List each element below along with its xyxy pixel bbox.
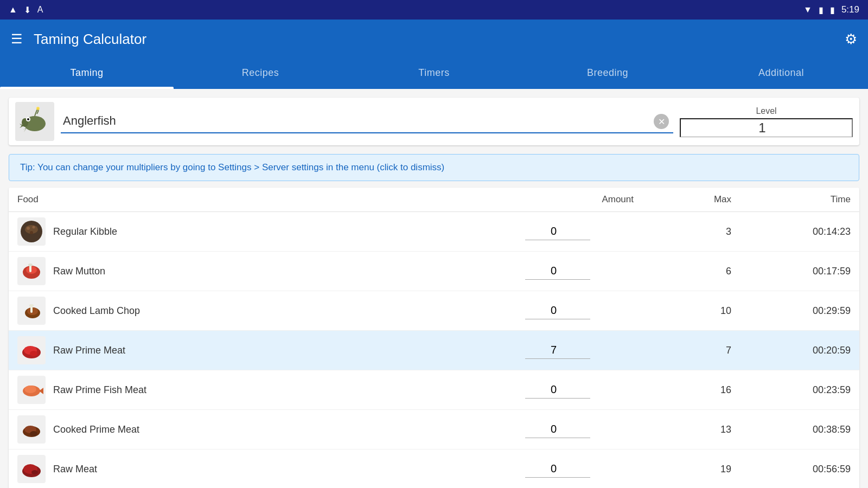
time-cell-3: 00:20:59 [731,345,851,356]
search-input-container: ✕ [61,110,673,133]
level-input[interactable] [680,118,853,137]
tab-recipes[interactable]: Recipes [174,59,347,87]
amount-input-raw-mutton[interactable] [525,262,590,280]
time-cell-2: 00:29:59 [731,305,851,317]
cooked-lamb-chop-name: Cooked Lamb Chop [53,305,140,317]
svg-rect-17 [29,304,34,307]
header-max: Max [634,194,731,205]
amount-input-regular-kibble[interactable] [525,223,590,240]
anglerfish-image [17,104,52,139]
food-row-raw-prime-fish-meat: Raw Prime Fish Meat 16 00:23:59 [9,370,859,410]
app-bar-left: ☰ Taming Calculator [11,31,146,48]
tab-bar: Taming Recipes Timers Breeding Additiona… [0,59,868,89]
raw-prime-fish-meat-name: Raw Prime Fish Meat [53,384,146,396]
max-cell-4: 16 [634,384,731,396]
food-name-cell: Cooked Lamb Chop [17,297,482,325]
header-time: Time [731,194,851,205]
amount-input-raw-prime-meat[interactable] [525,342,590,359]
amount-input-raw-meat[interactable] [525,460,590,478]
time-cell-6: 00:56:59 [731,464,851,475]
amount-input-cooked-lamb-chop[interactable] [525,302,590,319]
amount-cell-1 [482,262,634,280]
food-row-cooked-prime-meat: Cooked Prime Meat 13 00:38:59 [9,410,859,450]
regular-kibble-name: Regular Kibble [53,226,117,237]
signal-icon: ▮ [819,5,824,15]
creature-avatar [15,102,54,141]
max-cell-3: 7 [634,345,731,356]
font-icon: A [37,5,43,15]
svg-point-9 [30,231,33,234]
amount-cell-2 [482,302,634,319]
svg-point-26 [30,431,37,436]
amount-cell-0 [482,223,634,240]
svg-rect-13 [28,264,33,266]
settings-button[interactable]: ⚙ [845,31,857,48]
app-bar: ☰ Taming Calculator ⚙ [0,20,868,59]
svg-point-8 [33,226,35,229]
time-cell-0: 00:14:23 [731,226,851,237]
hamburger-menu-button[interactable]: ☰ [11,31,23,47]
main-content: ✕ Level Tip: You can change your multipl… [0,89,868,488]
svg-point-4 [36,107,40,110]
max-cell-0: 3 [634,226,731,237]
table-header: Food Amount Max Time [9,188,859,212]
food-name-cell: Raw Mutton [17,257,482,285]
level-label: Level [756,106,776,116]
max-cell-1: 6 [634,266,731,277]
status-icons-left: ▲ ⬇ A [9,5,43,15]
svg-point-29 [31,470,38,474]
amount-input-cooked-prime-meat[interactable] [525,421,590,438]
creature-search-input[interactable] [61,110,673,133]
time-cell-5: 00:38:59 [731,424,851,435]
header-food: Food [17,194,482,205]
svg-point-3 [27,118,29,120]
food-name-cell: Cooked Prime Meat [17,415,482,444]
tab-additional[interactable]: Additional [694,59,868,87]
food-table: Food Amount Max Time Regular Kibble 3 00… [9,188,859,488]
download-icon: ⬇ [24,5,31,15]
max-cell-2: 10 [634,305,731,317]
tab-breeding[interactable]: Breeding [521,59,694,87]
food-name-cell: Raw Meat [17,455,482,483]
svg-marker-23 [39,388,43,394]
raw-prime-meat-name: Raw Prime Meat [53,345,125,356]
header-amount: Amount [482,194,634,205]
svg-point-7 [27,227,30,230]
food-row-raw-meat: Raw Meat 19 00:56:59 [9,450,859,488]
raw-mutton-icon [17,257,46,285]
cooked-prime-meat-icon [17,415,46,444]
food-row-raw-prime-meat: Raw Prime Meat 7 00:20:59 [9,331,859,370]
amount-input-raw-prime-fish-meat[interactable] [525,381,590,399]
status-time: 5:19 [841,4,859,15]
amount-cell-5 [482,421,634,438]
tip-banner[interactable]: Tip: You can change your multipliers by … [9,154,859,181]
tip-text: Tip: You can change your multipliers by … [20,162,444,172]
battery-icon: ▮ [830,5,835,15]
cooked-lamb-chop-icon [17,297,46,325]
status-bar: ▲ ⬇ A ▼ ▮ ▮ 5:19 [0,0,868,20]
alert-icon: ▲ [9,5,17,15]
food-name-cell: Regular Kibble [17,217,482,246]
raw-mutton-name: Raw Mutton [53,266,105,277]
regular-kibble-icon [17,217,46,246]
app-title: Taming Calculator [34,31,146,48]
status-icons-right: ▼ ▮ ▮ 5:19 [803,4,859,15]
level-section: Level [680,106,853,137]
tab-taming[interactable]: Taming [0,59,174,87]
tab-timers[interactable]: Timers [347,59,521,87]
svg-point-22 [24,386,36,393]
svg-point-20 [30,351,37,356]
raw-meat-name: Raw Meat [53,464,97,475]
raw-prime-meat-icon [17,336,46,364]
raw-prime-fish-meat-icon [17,376,46,404]
time-cell-1: 00:17:59 [731,266,851,277]
food-row-raw-mutton: Raw Mutton 6 00:17:59 [9,252,859,291]
clear-search-button[interactable]: ✕ [654,114,669,129]
search-row: ✕ Level [9,98,859,145]
food-row-cooked-lamb-chop: Cooked Lamb Chop 10 00:29:59 [9,291,859,331]
food-row-regular-kibble: Regular Kibble 3 00:14:23 [9,212,859,252]
amount-cell-4 [482,381,634,399]
max-cell-5: 13 [634,424,731,435]
wifi-icon: ▼ [803,5,812,15]
amount-cell-6 [482,460,634,478]
